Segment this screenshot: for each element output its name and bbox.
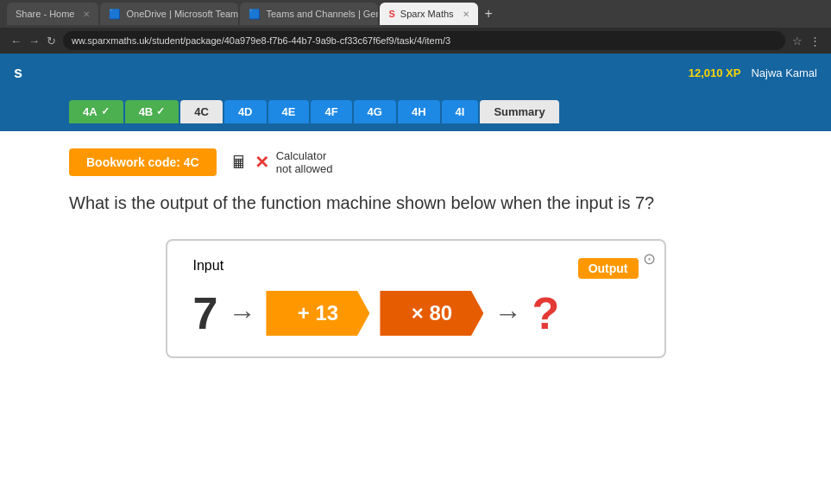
- teams-icon2: 🟦: [249, 9, 261, 20]
- tab-4b-label: 4B: [139, 105, 154, 118]
- calculator-icon: 🖩: [230, 153, 248, 173]
- tab-label: Teams and Channels | General | M: [266, 9, 378, 19]
- checkmark-4b: ✓: [156, 105, 165, 117]
- sparx-page: s 12,010 XP Najwa Kamal 4A ✓ 4B ✓ 4C 4D …: [0, 54, 831, 504]
- tab-close-sparx[interactable]: ✕: [463, 9, 469, 19]
- bookmark-icon[interactable]: ☆: [792, 35, 803, 47]
- content-area: Bookwork code: 4C 🖩 ✕ Calculator not all…: [0, 131, 831, 504]
- xp-display: 12,010 XP: [689, 66, 741, 79]
- calculator-label: Calculator: [276, 149, 333, 162]
- tab-teams[interactable]: 🟦 Teams and Channels | General | M ✕: [240, 3, 378, 25]
- tab-label: Sparx Maths: [400, 9, 454, 19]
- nav-tab-4h[interactable]: 4H: [398, 100, 440, 123]
- username: Najwa Kamal: [751, 66, 817, 79]
- operation-1: + 13: [266, 291, 369, 336]
- sparx-icon: S: [388, 9, 394, 19]
- new-tab-button[interactable]: +: [480, 6, 498, 22]
- tab-4d-label: 4D: [238, 105, 253, 118]
- op1-box: + 13: [266, 291, 369, 336]
- output-label: Output: [578, 258, 639, 279]
- tab-4c-label: 4C: [194, 105, 209, 118]
- logo: s: [14, 64, 22, 82]
- machine-row: 7 → + 13 × 80 → ?: [193, 287, 639, 339]
- browser-chrome: Share - Home ✕ 🟦 OneDrive | Microsoft Te…: [0, 0, 831, 54]
- tab-4e-label: 4E: [282, 105, 296, 118]
- operation-2: × 80: [380, 291, 483, 336]
- tab-4g-label: 4G: [368, 105, 382, 118]
- bookwork-row: Bookwork code: 4C 🖩 ✕ Calculator not all…: [69, 148, 762, 176]
- tab-4f-label: 4F: [324, 105, 337, 118]
- user-info: 12,010 XP Najwa Kamal: [689, 66, 817, 79]
- tab-sparx[interactable]: S Sparx Maths ✕: [380, 3, 477, 25]
- arrow-2: →: [494, 298, 521, 330]
- tab-4h-label: 4H: [412, 105, 426, 118]
- nav-tab-4d[interactable]: 4D: [224, 100, 267, 123]
- nav-tab-4c[interactable]: 4C: [180, 100, 223, 123]
- teams-icon: 🟦: [109, 9, 121, 20]
- top-bar: s 12,010 XP Najwa Kamal: [0, 54, 831, 91]
- checkmark-4a: ✓: [101, 105, 110, 117]
- op2-box: × 80: [380, 291, 483, 336]
- output-question: ?: [532, 287, 559, 339]
- tab-close-share[interactable]: ✕: [83, 9, 90, 19]
- address-input[interactable]: [63, 31, 785, 50]
- nav-tab-4i[interactable]: 4I: [442, 100, 479, 123]
- menu-icon[interactable]: ⋮: [809, 35, 821, 47]
- tab-onedrive[interactable]: 🟦 OneDrive | Microsoft Teams ✕: [100, 3, 238, 25]
- calculator-info: 🖩 ✕ Calculator not allowed: [230, 149, 333, 175]
- tab-navigation: 4A ✓ 4B ✓ 4C 4D 4E 4F 4G 4H 4I Summary: [0, 91, 831, 131]
- calculator-sub: not allowed: [276, 162, 333, 175]
- tab-bar: Share - Home ✕ 🟦 OneDrive | Microsoft Te…: [0, 0, 831, 28]
- tab-4a-label: 4A: [83, 105, 98, 118]
- refresh-icon[interactable]: ↻: [47, 35, 56, 47]
- forward-icon[interactable]: →: [28, 35, 40, 47]
- tab-share[interactable]: Share - Home ✕: [7, 3, 98, 25]
- calculator-x: ✕: [255, 152, 269, 173]
- tab-label: Share - Home: [16, 9, 74, 19]
- input-label: Input: [193, 258, 224, 279]
- nav-tab-summary[interactable]: Summary: [480, 100, 558, 123]
- address-bar: ← → ↻ ☆ ⋮: [0, 28, 831, 54]
- machine-labels: Input Output: [193, 258, 639, 279]
- nav-tab-4f[interactable]: 4F: [311, 100, 351, 123]
- back-icon[interactable]: ←: [10, 35, 22, 47]
- input-value: 7: [193, 287, 218, 339]
- tab-4i-label: 4I: [456, 105, 465, 118]
- question-text: What is the output of the function machi…: [69, 193, 762, 213]
- nav-tab-4b[interactable]: 4B ✓: [125, 100, 179, 123]
- bookwork-badge: Bookwork code: 4C: [69, 148, 217, 176]
- arrow-1: →: [228, 298, 255, 330]
- nav-tab-4a[interactable]: 4A ✓: [69, 100, 123, 123]
- function-machine: ⊙ Input Output 7 → + 13 × 80 → ?: [166, 239, 666, 358]
- tab-label: OneDrive | Microsoft Teams: [126, 9, 238, 19]
- nav-tab-4e[interactable]: 4E: [268, 100, 310, 123]
- tab-summary-label: Summary: [494, 105, 545, 118]
- nav-tab-4g[interactable]: 4G: [354, 100, 396, 123]
- function-machine-container: ⊙ Input Output 7 → + 13 × 80 → ?: [69, 239, 762, 358]
- scan-icon[interactable]: ⊙: [643, 249, 656, 268]
